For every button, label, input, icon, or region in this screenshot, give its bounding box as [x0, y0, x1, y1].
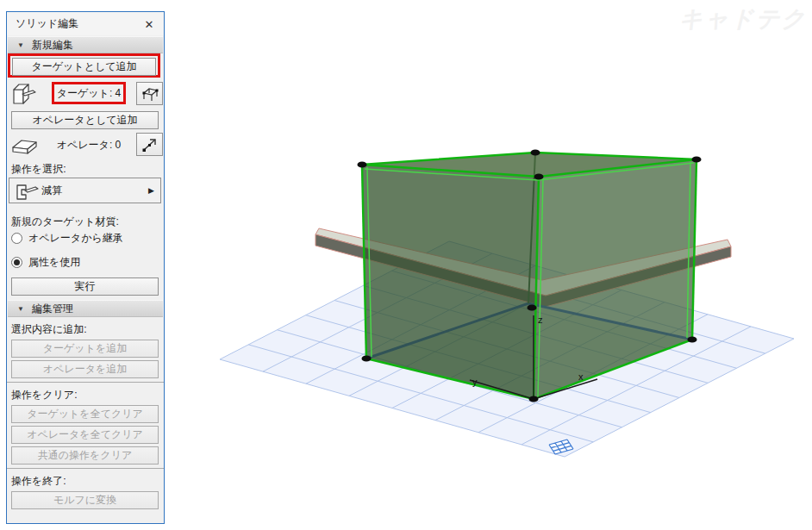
operator-solid-icon — [10, 134, 40, 160]
section-edit-management[interactable]: ▼ 編集管理 — [8, 300, 163, 317]
pick-target-icon — [141, 85, 159, 103]
collapse-triangle-icon: ▼ — [17, 305, 24, 313]
radio-icon-checked[interactable] — [11, 257, 22, 268]
finish-operation-label: 操作を終了: — [11, 474, 66, 489]
operation-dropdown[interactable]: 減算 ▶ — [9, 178, 161, 203]
add-as-operator-button[interactable]: オペレータとして追加 — [11, 111, 159, 129]
convert-to-morph-button[interactable]: モルフに変換 — [11, 491, 159, 509]
pick-operator-icon — [141, 136, 159, 153]
radio-inherit-operator-label: オペレータから継承 — [28, 231, 123, 246]
section-new-edit-label: 新規編集 — [32, 38, 73, 53]
app-window: キャドテク — [0, 0, 812, 530]
add-as-target-button[interactable]: ターゲットとして追加 — [12, 58, 156, 76]
axis-label-x: x — [578, 371, 584, 382]
collapse-triangle-icon: ▼ — [17, 41, 24, 49]
material-label: 新規のターゲット材質: — [11, 215, 119, 229]
axis-label-z: z — [538, 315, 543, 325]
clear-common-operations-button[interactable]: 共通の操作をクリア — [11, 446, 159, 465]
red-annotation-box-target-button: ターゲットとして追加 — [8, 53, 160, 78]
solid-edit-panel: ソリッド編集 ✕ ▼ 新規編集 ターゲットとして追加 — [6, 11, 165, 524]
clear-operations-label: 操作をクリア: — [11, 388, 77, 402]
select-operation-label: 操作を選択: — [11, 162, 66, 177]
target-solid-icon — [10, 82, 38, 109]
radio-use-attribute-label: 属性を使用 — [28, 255, 80, 270]
dropdown-arrow-icon: ▶ — [148, 186, 154, 195]
separator — [7, 468, 164, 469]
clear-all-operators-button[interactable]: オペレータを全てクリア — [11, 426, 159, 444]
operation-value: 減算 — [41, 184, 62, 198]
execute-button[interactable]: 実行 — [11, 277, 159, 296]
axis-label-y: y — [472, 377, 478, 387]
panel-title: ソリッド編集 — [7, 16, 78, 31]
target-count: ターゲット: 4 — [54, 84, 123, 102]
red-annotation-box-target-count: ターゲット: 4 — [52, 82, 126, 104]
radio-icon-unchecked[interactable] — [11, 233, 22, 244]
operator-count: オペレータ: 0 — [52, 135, 126, 154]
section-edit-management-label: 編集管理 — [32, 302, 73, 316]
section-new-edit[interactable]: ▼ 新規編集 — [8, 36, 163, 53]
separator — [7, 382, 164, 383]
clear-all-targets-button[interactable]: ターゲットを全てクリア — [11, 405, 159, 423]
panel-titlebar[interactable]: ソリッド編集 ✕ — [7, 12, 164, 35]
add-to-selection-label: 選択内容に追加: — [11, 322, 87, 337]
close-icon[interactable]: ✕ — [141, 16, 157, 32]
pick-target-button[interactable] — [136, 82, 163, 105]
radio-use-attribute[interactable]: 属性を使用 — [11, 255, 80, 270]
add-target-button[interactable]: ターゲットを追加 — [11, 340, 159, 358]
operator-count-wrap: オペレータ: 0 — [52, 135, 126, 154]
radio-inherit-operator[interactable]: オペレータから継承 — [11, 231, 123, 246]
add-operator-button[interactable]: オペレータを追加 — [11, 360, 159, 378]
pick-operator-button[interactable] — [136, 133, 163, 156]
subtract-operation-icon — [14, 179, 40, 202]
